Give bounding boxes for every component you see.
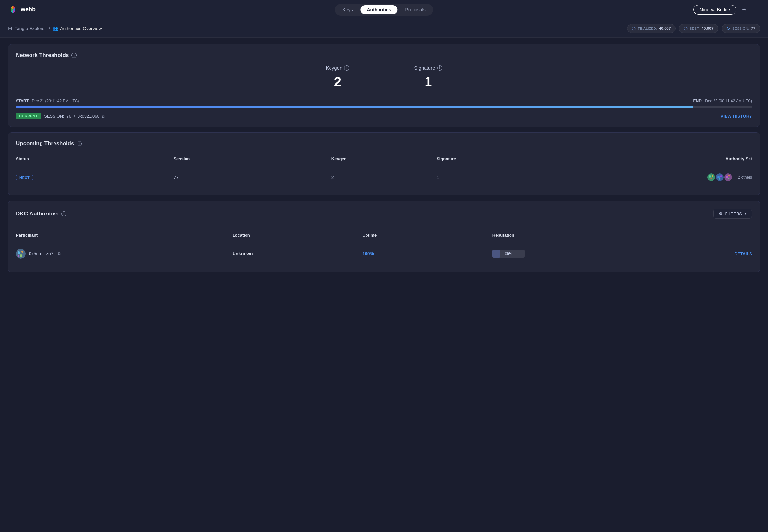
session-dates: START: Dec 21 (23:11:42 PM UTC) END: Dec… bbox=[16, 99, 752, 103]
upcoming-thresholds-info-icon[interactable]: i bbox=[76, 141, 82, 146]
finalized-stat: ⬡ FINALIZED: 40,007 bbox=[627, 24, 676, 33]
breadcrumb-current: 👥 Authorities Overview bbox=[52, 26, 101, 31]
signature-value: 1 bbox=[414, 75, 442, 89]
start-date: START: Dec 21 (23:11:42 PM UTC) bbox=[16, 99, 79, 103]
row-status: NEXT bbox=[16, 175, 173, 180]
tab-keys[interactable]: Keys bbox=[336, 5, 359, 14]
end-date: END: Dec 22 (00:11:42 AM UTC) bbox=[693, 99, 752, 103]
upcoming-thresholds-title: Upcoming Thresholds i bbox=[16, 140, 752, 147]
dkg-authorities-title: DKG Authorities i bbox=[16, 211, 66, 217]
keygen-info-icon[interactable]: i bbox=[344, 65, 349, 71]
best-stat: ⬡ BEST: 40,007 bbox=[679, 24, 718, 33]
svg-point-18 bbox=[728, 178, 729, 179]
menu-button[interactable]: ⋮ bbox=[752, 5, 760, 15]
row-keygen: 2 bbox=[332, 175, 436, 180]
svg-point-23 bbox=[17, 255, 19, 257]
breadcrumb: ⊞ Tangle Explorer / 👥 Authorities Overvi… bbox=[8, 25, 102, 31]
svg-point-11 bbox=[716, 173, 724, 181]
svg-point-22 bbox=[20, 254, 22, 257]
row-authority-set: +2 others bbox=[541, 173, 752, 182]
filters-icon: ⚙ bbox=[719, 211, 723, 216]
col-authority-set: Authority Set bbox=[541, 156, 752, 161]
header-right: Minerva Bridge ☀ ⋮ bbox=[693, 5, 760, 15]
svg-point-17 bbox=[728, 175, 730, 176]
theme-toggle[interactable]: ☀ bbox=[740, 5, 748, 15]
dkg-col-actions bbox=[666, 233, 752, 237]
logo-text: webb bbox=[21, 6, 36, 13]
chevron-down-icon: ▾ bbox=[745, 212, 747, 216]
row-signature: 1 bbox=[436, 175, 541, 180]
participant-avatar bbox=[16, 249, 26, 259]
authorities-icon: 👥 bbox=[52, 26, 58, 31]
session-text: SESSION: 76 / 0x032...068 ⧉ bbox=[44, 114, 105, 119]
keygen-label: Keygen i bbox=[326, 65, 349, 71]
others-count: +2 others bbox=[736, 175, 752, 179]
thresholds-grid: Keygen i 2 Signature i 1 bbox=[16, 65, 752, 89]
dkg-col-participant: Participant bbox=[16, 233, 233, 237]
details-button[interactable]: DETAILS bbox=[734, 251, 752, 256]
svg-point-21 bbox=[21, 251, 23, 253]
svg-point-10 bbox=[710, 178, 712, 179]
svg-point-16 bbox=[726, 176, 728, 178]
table-row: NEXT 77 2 1 bbox=[16, 168, 752, 187]
dkg-participant: 0x5cm...zu7 ⧉ bbox=[16, 249, 233, 259]
dkg-col-reputation: Reputation bbox=[492, 233, 666, 237]
col-status: Status bbox=[16, 156, 173, 161]
session-info: CURRENT SESSION: 76 / 0x032...068 ⧉ VIEW… bbox=[16, 113, 752, 119]
upcoming-table-header: Status Session Keygen Signature Authorit… bbox=[16, 153, 752, 165]
avatar-2 bbox=[715, 173, 724, 182]
keygen-threshold: Keygen i 2 bbox=[326, 65, 349, 89]
session-progress-fill bbox=[16, 106, 693, 108]
svg-point-19 bbox=[16, 249, 26, 259]
breadcrumb-icon: ⊞ bbox=[8, 25, 12, 31]
dkg-table-row: 0x5cm...zu7 ⧉ Unknown 100% 25% DETAILS bbox=[16, 244, 752, 264]
col-keygen: Keygen bbox=[332, 156, 436, 161]
tab-proposals[interactable]: Proposals bbox=[399, 5, 432, 14]
signature-threshold: Signature i 1 bbox=[414, 65, 442, 89]
network-thresholds-title: Network Thresholds i bbox=[16, 52, 752, 59]
breadcrumb-separator: / bbox=[49, 26, 50, 31]
view-history-button[interactable]: VIEW HISTORY bbox=[720, 114, 752, 119]
next-badge: NEXT bbox=[16, 175, 33, 180]
filters-button[interactable]: ⚙ FILTERS ▾ bbox=[713, 209, 752, 219]
svg-point-12 bbox=[717, 176, 720, 178]
divider bbox=[8, 224, 760, 224]
svg-point-7 bbox=[707, 173, 715, 181]
col-signature: Signature bbox=[436, 156, 541, 161]
dkg-details: DETAILS bbox=[666, 251, 752, 256]
dkg-info-icon[interactable]: i bbox=[61, 211, 66, 216]
avatar-3 bbox=[724, 173, 733, 182]
current-badge: CURRENT bbox=[16, 113, 41, 119]
svg-point-13 bbox=[720, 175, 722, 177]
dkg-uptime: 100% bbox=[362, 251, 492, 256]
signature-info-icon[interactable]: i bbox=[437, 65, 442, 71]
dkg-authorities-card: DKG Authorities i ⚙ FILTERS ▾ Participan… bbox=[8, 201, 760, 272]
breadcrumb-stats: ⬡ FINALIZED: 40,007 ⬡ BEST: 40,007 ↻ SES… bbox=[627, 24, 760, 33]
cube-icon-best: ⬡ bbox=[684, 26, 688, 31]
logo: webb bbox=[8, 5, 36, 15]
dkg-authorities-header: DKG Authorities i ⚙ FILTERS ▾ bbox=[16, 209, 752, 219]
nav-tabs: Keys Authorities Proposals bbox=[335, 4, 433, 16]
svg-point-9 bbox=[711, 175, 713, 177]
signature-label: Signature i bbox=[414, 65, 442, 71]
upcoming-thresholds-card: Upcoming Thresholds i Status Session Key… bbox=[8, 132, 760, 195]
copy-participant-icon[interactable]: ⧉ bbox=[58, 251, 61, 256]
header: webb Keys Authorities Proposals Minerva … bbox=[0, 0, 768, 19]
logo-icon bbox=[8, 5, 18, 15]
breadcrumb-bar: ⊞ Tangle Explorer / 👥 Authorities Overvi… bbox=[0, 19, 768, 38]
row-session: 77 bbox=[173, 175, 331, 180]
svg-point-20 bbox=[17, 251, 20, 254]
dkg-location: Unknown bbox=[233, 251, 363, 256]
copy-hash-icon[interactable]: ⧉ bbox=[102, 114, 105, 119]
dkg-col-location: Location bbox=[233, 233, 363, 237]
tab-authorities[interactable]: Authorities bbox=[360, 5, 397, 14]
session-progress-bar bbox=[16, 106, 752, 108]
avatar-1 bbox=[707, 173, 716, 182]
dkg-col-uptime: Uptime bbox=[362, 233, 492, 237]
network-thresholds-info-icon[interactable]: i bbox=[71, 53, 76, 58]
breadcrumb-root[interactable]: Tangle Explorer bbox=[15, 26, 46, 31]
dkg-table-header: Participant Location Uptime Reputation bbox=[16, 229, 752, 241]
session-icon: ↻ bbox=[727, 26, 730, 31]
bridge-button[interactable]: Minerva Bridge bbox=[693, 5, 736, 15]
svg-point-8 bbox=[709, 175, 711, 178]
